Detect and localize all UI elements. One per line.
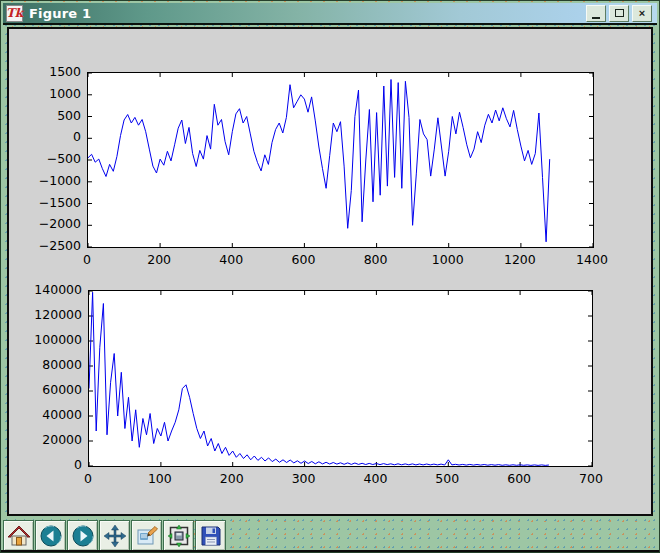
data-line (88, 80, 550, 242)
x-tick-label: 400 (199, 252, 263, 267)
save-button[interactable] (195, 520, 226, 551)
x-tick-label: 0 (56, 471, 120, 486)
top-plot-axes[interactable] (87, 72, 594, 248)
y-tick-label: −2000 (17, 216, 81, 231)
close-button[interactable]: × (632, 5, 652, 22)
x-tick-label: 400 (343, 471, 407, 486)
y-tick-label: −1000 (17, 173, 81, 188)
y-tick-label: 100000 (18, 332, 82, 347)
home-button[interactable] (3, 520, 34, 551)
y-tick-label: 80000 (18, 357, 82, 372)
y-tick-label: 20000 (18, 432, 82, 447)
forward-button[interactable] (67, 520, 98, 551)
maximize-icon (615, 9, 624, 17)
window-controls: × (586, 5, 657, 22)
x-tick-label: 200 (200, 471, 264, 486)
y-tick-label: 1000 (17, 86, 81, 101)
maximize-button[interactable] (609, 5, 629, 22)
configure-subplots-button[interactable] (163, 520, 194, 551)
x-tick-label: 700 (559, 471, 623, 486)
y-tick-label: −1500 (17, 195, 81, 210)
x-tick-label: 300 (272, 471, 336, 486)
minimize-button[interactable] (586, 5, 606, 22)
navigation-toolbar (3, 520, 226, 551)
x-tick-label: 800 (344, 252, 408, 267)
figure-canvas[interactable]: 0200400600800100012001400150010005000−50… (7, 27, 653, 516)
y-tick-label: 140000 (18, 282, 82, 297)
pan-arrows-icon (103, 524, 127, 548)
titlebar[interactable]: Tk Figure 1 × (3, 3, 657, 25)
plot-svg (89, 291, 592, 466)
x-tick-label: 1200 (488, 252, 552, 267)
y-tick-label: 1500 (17, 64, 81, 79)
y-tick-label: −2500 (17, 238, 81, 253)
y-tick-label: 120000 (18, 307, 82, 322)
bottom-plot-axes[interactable] (88, 290, 593, 467)
x-tick-label: 600 (271, 252, 335, 267)
forward-arrow-icon (71, 524, 95, 548)
y-tick-label: 0 (17, 129, 81, 144)
minimize-icon (592, 17, 600, 19)
back-arrow-icon (39, 524, 63, 548)
zoom-rect-pencil-icon (135, 524, 159, 548)
x-tick-label: 100 (128, 471, 192, 486)
y-tick-label: 40000 (18, 407, 82, 422)
pan-button[interactable] (99, 520, 130, 551)
window-title: Figure 1 (29, 6, 91, 21)
figure-window: Tk Figure 1 × 02004006008001000120014001… (0, 0, 660, 553)
close-icon: × (639, 8, 645, 19)
y-tick-label: 60000 (18, 382, 82, 397)
x-tick-label: 1400 (560, 252, 624, 267)
y-tick-label: 500 (17, 108, 81, 123)
x-tick-label: 600 (487, 471, 551, 486)
zoom-to-rect-button[interactable] (131, 520, 162, 551)
save-floppy-icon (199, 524, 223, 548)
x-tick-label: 200 (127, 252, 191, 267)
y-tick-label: −500 (17, 151, 81, 166)
x-tick-label: 0 (55, 252, 119, 267)
x-tick-label: 1000 (416, 252, 480, 267)
x-tick-label: 500 (415, 471, 479, 486)
window-bottom-edge (1, 550, 659, 552)
configure-subplots-icon (167, 524, 191, 548)
home-icon (7, 524, 31, 548)
y-tick-label: 0 (18, 457, 82, 472)
back-button[interactable] (35, 520, 66, 551)
data-line (89, 292, 549, 465)
tk-logo-icon: Tk (6, 5, 23, 22)
plot-svg (88, 73, 593, 247)
